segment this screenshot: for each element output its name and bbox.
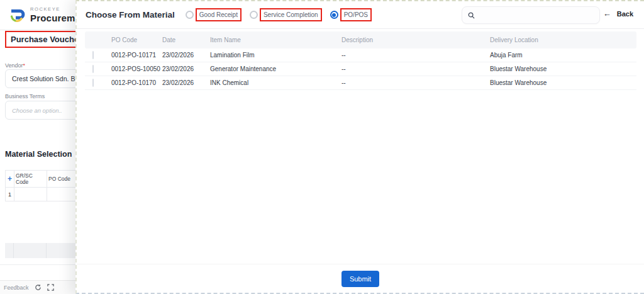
modal-footer: Submit (77, 264, 644, 293)
refresh-icon[interactable] (35, 284, 42, 291)
search-icon (468, 12, 475, 19)
vendor-label: Vendor* (5, 62, 25, 69)
back-arrow-icon: ← (603, 9, 611, 18)
feedback-label[interactable]: Feedback (4, 285, 29, 291)
cell-item-name: Generator Maintenance (210, 65, 341, 72)
cell-item-name: INK Chemical (210, 79, 341, 86)
radio-option-po-pos[interactable]: PO/POS (330, 8, 372, 21)
column-header-date: Date (162, 37, 210, 43)
row-number: 1 (6, 188, 14, 201)
column-header-po-code: PO Code (111, 37, 162, 43)
submit-button[interactable]: Submit (341, 271, 379, 287)
radio-group: Good ReceiptService CompletionPO/POS (186, 8, 372, 21)
radio-label: Good Receipt (196, 8, 242, 21)
cell-po-code: 0012-PO-10171 (111, 52, 162, 59)
cell-po-code: 0012-PO-10170 (111, 79, 162, 86)
grid-header-gr-sc-code: GR/SC Code (14, 171, 47, 187)
divider (0, 264, 79, 265)
po-table: PO CodeDateItem NameDescriptionDelivery … (85, 31, 636, 90)
radio-option-service-completion[interactable]: Service Completion (250, 8, 322, 21)
search-box[interactable] (462, 6, 600, 24)
grsc-code-cell (14, 188, 47, 201)
cell-date: 23/02/2026 (162, 79, 210, 86)
cell-item-name: Lamination Film (210, 52, 341, 59)
table-body: 0012-PO-1017123/02/2026Lamination Film--… (85, 48, 636, 90)
radio-label: Service Completion (260, 8, 322, 21)
cell-description: -- (341, 79, 490, 86)
row-checkbox[interactable] (92, 65, 94, 73)
cell-delivery-location: Bluestar Warehouse (490, 79, 636, 86)
vendor-label-text: Vendor (5, 62, 23, 69)
radio-unselected-icon[interactable] (186, 11, 194, 19)
radio-option-good-receipt[interactable]: Good Receipt (186, 8, 242, 21)
cell-description: -- (341, 65, 490, 72)
choose-from-material-modal: Choose From Material Good ReceiptService… (75, 0, 644, 294)
cell-delivery-location: Abuja Farm (490, 52, 636, 59)
material-selection-title: Material Selection (5, 150, 72, 159)
modal-header: Choose From Material Good ReceiptService… (77, 1, 644, 29)
radio-unselected-icon[interactable] (250, 11, 258, 19)
table-row[interactable]: 0012-POS-1005023/02/2026Generator Mainte… (85, 62, 636, 76)
back-label: Back (617, 10, 633, 18)
column-header-delivery-location: Delivery Location (490, 37, 636, 43)
radio-label: PO/POS (340, 8, 372, 21)
rockeye-logo-icon (8, 6, 25, 23)
cell-date: 23/02/2026 (162, 65, 210, 72)
business-terms-placeholder: Choose an option.. (12, 107, 62, 114)
table-row[interactable]: 0012-PO-1017123/02/2026Lamination Film--… (85, 48, 636, 62)
search-input[interactable] (479, 12, 599, 19)
business-terms-label: Business Terms (5, 93, 45, 99)
table-row[interactable]: 0012-PO-1017023/02/2026INK Chemical--Blu… (85, 76, 636, 90)
row-checkbox[interactable] (92, 51, 94, 59)
column-header-item-name: Item Name (210, 37, 341, 43)
add-row-button[interactable]: + (6, 171, 14, 187)
select-cell (85, 79, 111, 86)
table-header-row: PO CodeDateItem NameDescriptionDelivery … (85, 31, 636, 48)
cell-date: 23/02/2026 (162, 52, 210, 59)
cell-delivery-location: Bluestar Warehouse (490, 65, 636, 72)
select-cell (85, 65, 111, 72)
radio-selected-icon[interactable] (330, 11, 338, 19)
row-checkbox[interactable] (92, 79, 94, 87)
cell-po-code: 0012-POS-10050 (111, 65, 162, 72)
column-header-description: Description (341, 37, 490, 43)
select-cell (85, 52, 111, 59)
modal-title: Choose From Material (86, 10, 175, 20)
back-button[interactable]: ← Back (603, 9, 633, 18)
cell-description: -- (341, 52, 490, 59)
fullscreen-icon[interactable] (47, 284, 54, 291)
required-asterisk: * (23, 62, 26, 69)
vendor-value: Crest Solution Sdn. Bhd. (12, 75, 84, 82)
